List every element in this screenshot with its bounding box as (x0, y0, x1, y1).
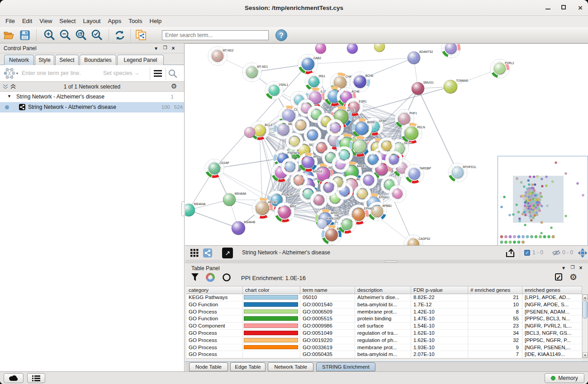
column-header-term-name[interactable]: term name (300, 286, 355, 294)
tab-string-enrichment[interactable]: STRING Enrichment (316, 362, 375, 371)
cell-row4-chart-color[interactable] (243, 315, 300, 323)
minimize-button[interactable] (545, 5, 550, 9)
float-panel-icon[interactable]: ▾ (153, 45, 159, 52)
zoom-in-button[interactable] (43, 28, 56, 42)
cell-row6-chart-color[interactable] (243, 330, 300, 337)
protein-node-adamts2[interactable]: ADAMTS2 (408, 50, 433, 64)
cell-row4-FDR-p-value[interactable]: 1.47E-10 (411, 315, 468, 323)
column-header-chart-color[interactable]: chart color (243, 286, 300, 294)
undock-panel-icon[interactable]: ❐ (162, 45, 168, 50)
save-session-button[interactable] (18, 28, 32, 42)
table-settings-gear-icon[interactable]: ⚙ (569, 272, 577, 282)
cell-row4--enriched-genes[interactable]: 55 (468, 315, 522, 323)
selected-nodes-checkbox-icon[interactable]: ✓ (524, 250, 530, 256)
cell-row2-FDR-p-value[interactable]: 1.7E-12 (411, 301, 468, 309)
cell-row9-enriched-genes[interactable]: [IDE, KIAA1149... (522, 351, 582, 358)
network-panel-gear-icon[interactable]: ⚙ (171, 82, 177, 90)
protein-node-mt-nd2[interactable]: MT-ND2 (208, 47, 234, 66)
cell-row4-category[interactable]: GO Function (186, 315, 243, 323)
cell-row8-term-name[interactable]: GO:0033619 (300, 344, 355, 351)
protein-node-gab2[interactable]: GAB2 (298, 54, 322, 74)
protein-node-mt-nd1[interactable]: MT-ND1 (242, 63, 268, 82)
cell-row5--enriched-genes[interactable]: 23 (468, 323, 522, 330)
menu-select[interactable]: Select (56, 16, 79, 26)
cell-row1-enriched-genes[interactable]: [LRP1, APOE, AD... (522, 294, 582, 301)
cell-row1-term-name[interactable]: 05010 (300, 294, 355, 301)
pie-chart-icon[interactable] (206, 273, 215, 282)
close-button[interactable]: × (577, 5, 583, 11)
cell-row1-FDR-p-value[interactable]: 8.82E-22 (411, 294, 468, 301)
protein-node[interactable] (385, 151, 403, 168)
panel-divider-grip[interactable] (181, 201, 185, 216)
table-vertical-scrollbar[interactable]: ▲ ▼ (582, 294, 588, 358)
protein-node[interactable] (320, 179, 337, 196)
open-session-button[interactable] (2, 28, 16, 42)
protein-node[interactable] (244, 127, 255, 138)
cloud-tasks-button[interactable] (4, 373, 24, 383)
search-input[interactable] (162, 30, 269, 40)
cell-row9-category[interactable]: GO Process (186, 351, 243, 358)
protein-node-reln[interactable]: RELN (401, 123, 425, 144)
cell-row3-FDR-p-value[interactable]: 1.42E-10 (411, 309, 468, 316)
cell-row9-chart-color[interactable] (243, 351, 300, 358)
network-collection-row[interactable]: ▼ String Network - Alzheimer's disease 1 (0, 92, 184, 102)
undock-panel-icon[interactable]: ❐ (569, 265, 576, 270)
cell-row3--enriched-genes[interactable]: 8 (468, 309, 522, 316)
cell-row7-chart-color[interactable] (243, 337, 300, 344)
cell-row3-description[interactable]: membrane prot... (355, 309, 411, 316)
cell-row1-description[interactable]: Alzheimer's dise... (355, 294, 411, 301)
cell-row7--enriched-genes[interactable]: 32 (468, 337, 522, 344)
hidden-eye-icon[interactable] (552, 249, 560, 256)
protein-node[interactable] (347, 44, 358, 54)
protein-node-ms4a4a[interactable]: MS4A4A (185, 202, 206, 216)
cell-row4-term-name[interactable]: GO:0005515 (300, 315, 355, 323)
tab-edge-table[interactable]: Edge Table (230, 362, 266, 371)
network-from-clipboard-button[interactable] (134, 28, 147, 42)
cell-row6-description[interactable]: regulation of tra... (355, 330, 411, 337)
collapse-all-icon[interactable] (2, 84, 9, 90)
cell-row5-chart-color[interactable] (243, 323, 300, 330)
menu-layout[interactable]: Layout (79, 16, 104, 26)
cell-row2--enriched-genes[interactable]: 10 (468, 301, 522, 309)
memory-button[interactable]: Memory (545, 373, 584, 383)
birds-eye-view[interactable] (498, 156, 588, 245)
maximize-button[interactable] (561, 5, 566, 9)
cell-row8-category[interactable]: GO Process (186, 344, 243, 351)
column-header-category[interactable]: category (186, 286, 243, 294)
export-network-icon[interactable] (505, 248, 516, 258)
protein-node-ms4a4e[interactable]: MS4A4E (232, 220, 256, 235)
refresh-network-button[interactable] (113, 28, 127, 42)
float-panel-icon[interactable]: ▾ (560, 265, 567, 271)
cell-row6-category[interactable]: GO Process (186, 330, 243, 337)
cell-row5-category[interactable]: GO Component (186, 323, 243, 330)
cell-row4-description[interactable]: protein binding (355, 315, 411, 323)
protein-node[interactable] (336, 146, 353, 164)
close-panel-icon[interactable]: × (578, 265, 584, 271)
cell-row9-term-name[interactable]: GO:0050435 (300, 351, 355, 358)
cell-row8-description[interactable]: membrane prot... (355, 344, 411, 351)
protein-node-tomm40[interactable]: TOMM40 (444, 79, 469, 94)
cell-row1-chart-color[interactable] (243, 294, 300, 301)
cell-row5-description[interactable]: cell surface (355, 323, 411, 330)
cell-row2-chart-color[interactable] (243, 301, 300, 309)
menu-tools[interactable]: Tools (125, 16, 146, 26)
cell-row5-enriched-genes[interactable]: [NGFR, PVRL2, IL... (522, 323, 582, 330)
filter-icon[interactable] (191, 273, 199, 282)
cell-row2-term-name[interactable]: GO:0001540 (300, 301, 355, 309)
cell-row6-FDR-p-value[interactable]: 1.62E-10 (411, 330, 468, 337)
cell-row7-description[interactable]: regulation of ph... (355, 337, 411, 344)
cell-row9--enriched-genes[interactable]: 7 (468, 351, 522, 358)
scroll-up-button[interactable]: ▲ (583, 295, 588, 300)
cell-row2-enriched-genes[interactable]: [NGFR, APOE, S... (522, 301, 582, 309)
tab-style[interactable]: Style (35, 55, 54, 65)
cell-row8--enriched-genes[interactable]: 9 (468, 344, 522, 351)
column-header-description[interactable]: description (355, 286, 411, 294)
horizontal-splitter[interactable] (185, 260, 588, 263)
zoom-fit-button[interactable] (74, 28, 88, 42)
splitter-grip[interactable] (384, 261, 398, 262)
protein-node-ms4a6a[interactable]: MS4A6A (223, 192, 247, 206)
cell-row5-term-name[interactable]: GO:0009986 (300, 323, 355, 330)
protein-node[interactable] (286, 133, 303, 150)
string-search-icon[interactable] (168, 69, 177, 78)
expand-all-icon[interactable] (10, 84, 16, 90)
